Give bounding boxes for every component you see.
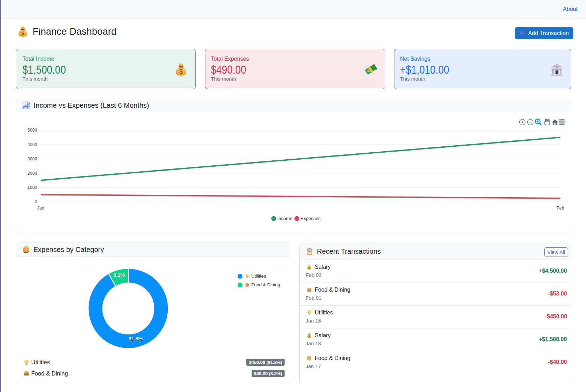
svg-text:$: $ xyxy=(21,30,25,36)
svg-text:1000: 1000 xyxy=(27,185,37,190)
svg-text:2000: 2000 xyxy=(27,171,37,176)
svg-text:Income: Income xyxy=(278,216,293,221)
svg-text:3000: 3000 xyxy=(27,157,37,161)
svg-text:Jan: Jan xyxy=(37,206,44,211)
svg-text:4000: 4000 xyxy=(27,142,37,147)
svg-text:5000: 5000 xyxy=(27,128,37,133)
svg-text:$: $ xyxy=(308,335,310,338)
svg-text:91.8%: 91.8% xyxy=(129,336,143,341)
svg-text:$: $ xyxy=(308,266,310,270)
svg-text:0: 0 xyxy=(35,199,37,204)
svg-text:8.2%: 8.2% xyxy=(114,272,125,278)
svg-text:Feb: Feb xyxy=(557,206,564,211)
svg-text:Expenses: Expenses xyxy=(301,216,321,221)
svg-text:$: $ xyxy=(179,67,183,75)
